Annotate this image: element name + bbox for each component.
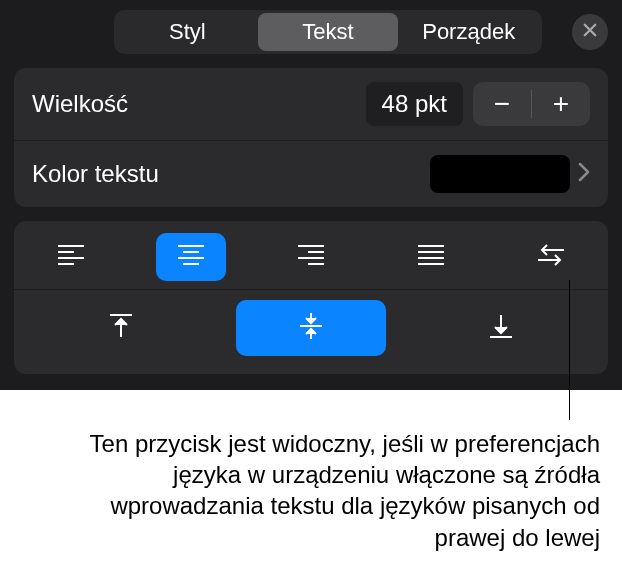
- align-right-button[interactable]: [276, 233, 346, 281]
- close-button[interactable]: [572, 14, 608, 50]
- vertical-align-row: [14, 290, 608, 370]
- align-justify-button[interactable]: [396, 233, 466, 281]
- alignment-section: [14, 221, 608, 374]
- tab-arrange[interactable]: Porządek: [398, 13, 539, 51]
- valign-middle-icon: [296, 311, 326, 345]
- plus-icon: +: [553, 88, 569, 120]
- callout-text: Ten przycisk jest widoczny, jeśli w pref…: [60, 428, 600, 553]
- valign-top-icon: [106, 311, 136, 345]
- horizontal-align-row: [14, 225, 608, 290]
- valign-bottom-button[interactable]: [461, 300, 541, 356]
- valign-middle-button[interactable]: [236, 300, 386, 356]
- callout: Ten przycisk jest widoczny, jeśli w pref…: [0, 390, 622, 553]
- rtl-direction-icon: [536, 242, 566, 272]
- close-icon: [581, 21, 599, 43]
- size-label: Wielkość: [32, 90, 366, 118]
- size-value-field[interactable]: 48 pkt: [366, 82, 463, 126]
- text-direction-button[interactable]: [516, 233, 586, 281]
- size-row: Wielkość 48 pkt − +: [14, 68, 608, 141]
- valign-bottom-icon: [486, 311, 516, 345]
- chevron-right-icon: [578, 162, 590, 186]
- size-increase-button[interactable]: +: [532, 82, 590, 126]
- size-decrease-button[interactable]: −: [473, 82, 531, 126]
- size-stepper: − +: [473, 82, 590, 126]
- align-center-button[interactable]: [156, 233, 226, 281]
- topbar: Styl Tekst Porządek: [0, 0, 622, 68]
- format-panel: Styl Tekst Porządek Wielkość 48 pkt − +: [0, 0, 622, 390]
- text-color-swatch[interactable]: [430, 155, 570, 193]
- align-left-button[interactable]: [36, 233, 106, 281]
- align-right-icon: [296, 242, 326, 272]
- text-color-label: Kolor tekstu: [32, 160, 430, 188]
- valign-top-button[interactable]: [81, 300, 161, 356]
- callout-line: [569, 280, 570, 420]
- text-properties-section: Wielkość 48 pkt − + Kolor tekstu: [14, 68, 608, 207]
- tab-segmented-control: Styl Tekst Porządek: [114, 10, 542, 54]
- align-justify-icon: [416, 242, 446, 272]
- minus-icon: −: [494, 88, 510, 120]
- tab-style[interactable]: Styl: [117, 13, 258, 51]
- tab-text[interactable]: Tekst: [258, 13, 399, 51]
- align-left-icon: [56, 242, 86, 272]
- text-color-row[interactable]: Kolor tekstu: [14, 141, 608, 207]
- align-center-icon: [176, 242, 206, 272]
